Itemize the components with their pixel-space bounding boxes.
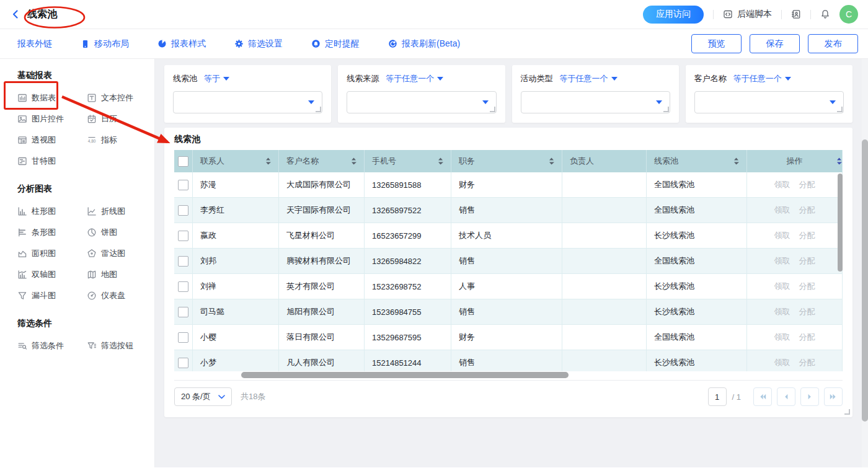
claim-link[interactable]: 领取 bbox=[774, 306, 790, 317]
filter-value-select[interactable] bbox=[173, 91, 322, 113]
assign-link[interactable]: 分配 bbox=[799, 357, 815, 368]
canvas-scrollbar[interactable] bbox=[862, 139, 868, 422]
sidebar-item-map[interactable]: 地图 bbox=[87, 269, 154, 280]
column-header-4[interactable]: 职务 bbox=[451, 150, 562, 172]
sort-icon[interactable] bbox=[265, 157, 271, 165]
filter-operator-dropdown[interactable]: 等于任意一个 bbox=[386, 73, 443, 84]
back-icon[interactable] bbox=[10, 9, 21, 20]
sidebar-item-radar-chart[interactable]: 雷达图 bbox=[87, 248, 154, 259]
sidebar-item-gantt[interactable]: 甘特图 bbox=[17, 156, 87, 167]
table-horizontal-scrollbar[interactable] bbox=[241, 372, 569, 378]
resize-handle[interactable] bbox=[844, 409, 850, 415]
filter-widget[interactable]: 客户名称 等于任意一个 bbox=[686, 65, 852, 123]
claim-link[interactable]: 领取 bbox=[774, 357, 790, 368]
column-header-3[interactable]: 手机号 bbox=[365, 150, 451, 172]
filter-widget[interactable]: 线索池 等于 bbox=[164, 65, 331, 123]
row-checkbox[interactable] bbox=[178, 332, 188, 343]
table-vertical-scrollbar[interactable] bbox=[838, 174, 843, 272]
sidebar-item-filter-button[interactable]: 筛选按钮 bbox=[87, 340, 154, 351]
filter-widget[interactable]: 线索来源 等于任意一个 bbox=[338, 65, 505, 123]
assign-link[interactable]: 分配 bbox=[799, 332, 815, 343]
first-page-button[interactable] bbox=[753, 387, 772, 406]
next-page-button[interactable] bbox=[800, 387, 819, 406]
bell-icon[interactable] bbox=[820, 9, 830, 19]
filter-operator-dropdown[interactable]: 等于任意一个 bbox=[560, 73, 618, 84]
row-checkbox[interactable] bbox=[178, 205, 188, 216]
row-checkbox[interactable] bbox=[178, 281, 188, 292]
contacts-icon[interactable] bbox=[791, 9, 801, 19]
avatar[interactable]: C bbox=[839, 5, 858, 24]
resize-handle[interactable] bbox=[490, 107, 495, 112]
claim-link[interactable]: 领取 bbox=[774, 281, 790, 292]
sidebar-item-data-table[interactable]: 数据表 bbox=[17, 92, 87, 104]
row-checkbox[interactable] bbox=[178, 256, 188, 267]
current-page-input[interactable]: 1 bbox=[708, 387, 727, 406]
publish-button[interactable]: 发布 bbox=[808, 34, 858, 53]
filter-value-select[interactable] bbox=[347, 91, 496, 113]
assign-link[interactable]: 分配 bbox=[799, 205, 815, 216]
select-all-checkbox[interactable] bbox=[178, 156, 188, 167]
sidebar-item-filter-condition[interactable]: 筛选条件 bbox=[17, 340, 87, 351]
sidebar-item-pie-chart[interactable]: 饼图 bbox=[87, 227, 154, 238]
sidebar-item-column-chart[interactable]: 柱形图 bbox=[17, 206, 87, 217]
assign-link[interactable]: 分配 bbox=[799, 255, 815, 267]
row-checkbox[interactable] bbox=[178, 358, 188, 368]
toolbar-tab-2[interactable]: 移动布局 bbox=[81, 38, 129, 50]
sidebar-item-bar-chart[interactable]: 条形图 bbox=[17, 227, 87, 238]
sidebar-item-line-chart[interactable]: 折线图 bbox=[87, 206, 154, 217]
filter-operator-dropdown[interactable]: 等于任意一个 bbox=[733, 73, 791, 84]
page-size-select[interactable]: 20 条/页 bbox=[174, 387, 232, 406]
sidebar-item-metric[interactable]: 4,80指标 bbox=[87, 135, 154, 146]
filter-widget[interactable]: 活动类型 等于任意一个 bbox=[512, 65, 679, 123]
prev-page-button[interactable] bbox=[777, 387, 795, 406]
filter-value-select[interactable] bbox=[694, 91, 844, 113]
assign-link[interactable]: 分配 bbox=[799, 230, 815, 241]
sort-icon[interactable] bbox=[733, 157, 739, 165]
assign-link[interactable]: 分配 bbox=[799, 306, 815, 317]
row-checkbox[interactable] bbox=[178, 307, 188, 317]
row-checkbox[interactable] bbox=[178, 231, 188, 241]
preview-button[interactable]: 预览 bbox=[691, 34, 742, 53]
column-header-7[interactable]: 操作 bbox=[747, 150, 843, 172]
toolbar-tab-5[interactable]: 定时提醒 bbox=[311, 38, 360, 50]
sort-icon[interactable] bbox=[351, 157, 356, 165]
sort-icon[interactable] bbox=[549, 157, 554, 165]
column-header-2[interactable]: 客户名称 bbox=[279, 150, 365, 172]
claim-link[interactable]: 领取 bbox=[774, 255, 790, 267]
sidebar-item-area-chart[interactable]: 面积图 bbox=[17, 248, 87, 259]
backend-script-button[interactable]: 后端脚本 bbox=[723, 9, 772, 20]
data-table-widget[interactable]: 线索池 联系人客户名称手机号职务负责人线索池操作 苏漫大成国际有限公司13265… bbox=[164, 128, 852, 417]
toolbar-tab-4[interactable]: 筛选设置 bbox=[234, 38, 283, 50]
sidebar-item-image-widget[interactable]: 图片控件 bbox=[17, 113, 87, 125]
sidebar-item-dual-axis[interactable]: 双轴图 bbox=[17, 269, 87, 280]
code-square-icon bbox=[723, 9, 733, 19]
sort-icon[interactable] bbox=[836, 157, 842, 165]
assign-link[interactable]: 分配 bbox=[799, 179, 815, 190]
sidebar-item-gauge[interactable]: 仪表盘 bbox=[87, 290, 154, 301]
toolbar-tab-3[interactable]: 报表样式 bbox=[157, 38, 206, 50]
column-header-1[interactable]: 联系人 bbox=[193, 150, 279, 172]
resize-handle[interactable] bbox=[663, 107, 669, 112]
toolbar-tab-1[interactable]: 报表外链 bbox=[17, 38, 52, 50]
resize-handle[interactable] bbox=[316, 107, 321, 112]
claim-link[interactable]: 领取 bbox=[774, 230, 790, 241]
claim-link[interactable]: 领取 bbox=[774, 332, 790, 343]
sidebar-item-funnel-chart[interactable]: 漏斗图 bbox=[17, 290, 87, 301]
resize-handle[interactable] bbox=[837, 107, 843, 112]
app-access-button[interactable]: 应用访问 bbox=[643, 6, 704, 24]
sidebar-item-calendar[interactable]: 日历 bbox=[87, 113, 154, 125]
claim-link[interactable]: 领取 bbox=[774, 179, 790, 190]
row-checkbox[interactable] bbox=[178, 180, 188, 190]
toolbar-tab-6[interactable]: 报表刷新(Beta) bbox=[388, 38, 460, 50]
sidebar-item-pivot[interactable]: 透视图 bbox=[17, 135, 87, 146]
sort-icon[interactable] bbox=[438, 157, 443, 165]
column-header-6[interactable]: 线索池 bbox=[647, 150, 747, 172]
filter-value-select[interactable] bbox=[521, 91, 670, 113]
assign-link[interactable]: 分配 bbox=[799, 281, 815, 292]
column-header-5[interactable]: 负责人 bbox=[562, 150, 647, 172]
last-page-button[interactable] bbox=[824, 387, 843, 406]
sidebar-item-text-widget[interactable]: 文本控件 bbox=[87, 92, 154, 104]
filter-operator-dropdown[interactable]: 等于 bbox=[204, 73, 229, 84]
claim-link[interactable]: 领取 bbox=[774, 205, 790, 216]
save-button[interactable]: 保存 bbox=[750, 34, 800, 53]
